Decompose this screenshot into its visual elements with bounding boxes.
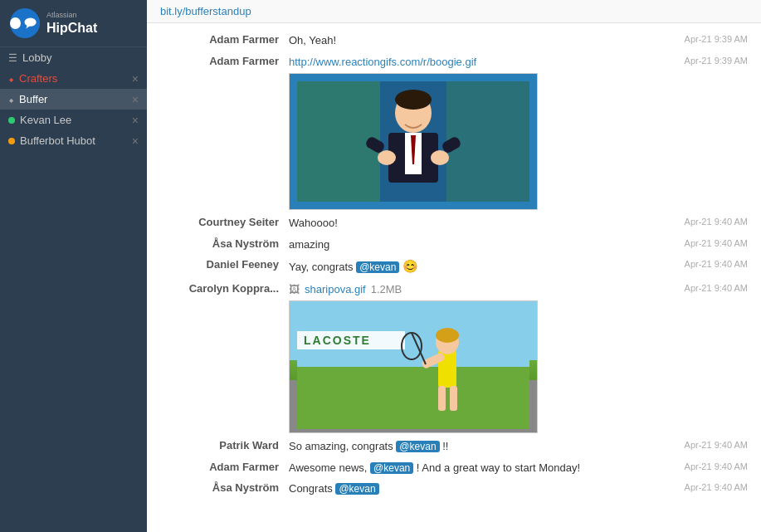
table-row: Adam Farmer Awesome news, @kevan ! And a…	[147, 457, 761, 479]
kevan-status-icon	[8, 117, 15, 124]
message-content: 🖼 sharipova.gif 1.2MB LACOSTE	[289, 281, 656, 434]
svg-text:LACOSTE: LACOSTE	[304, 334, 371, 347]
message-content: Oh, Yeah!	[289, 32, 656, 49]
lobby-icon: ☰	[8, 52, 17, 64]
buffer-label: Buffer	[19, 93, 132, 105]
mention-kevan: @kevan	[356, 261, 399, 273]
chat-header: bit.ly/bufferstandup	[147, 0, 761, 23]
sidebar-item-crafters[interactable]: ⬥ Crafters ×	[0, 68, 147, 89]
message-content: So amazing, congrats @kevan !!	[289, 438, 656, 455]
message-sender: Adam Farmer	[160, 54, 289, 67]
mention-kevan: @kevan	[335, 483, 378, 495]
svg-point-21	[436, 328, 459, 343]
table-row: Carolyn Koppra... 🖼 sharipova.gif 1.2MB	[147, 279, 761, 437]
table-row: Daniel Feeney Yay, congrats @kevan 😊 Apr…	[147, 255, 761, 279]
sidebar-item-buffer[interactable]: ⬥ Buffer ×	[0, 89, 147, 110]
message-time: Apr-21 9:40 AM	[656, 481, 748, 492]
message-time: Apr-21 9:39 AM	[656, 32, 748, 44]
table-row: Adam Farmer Oh, Yeah! Apr-21 9:39 AM	[147, 30, 761, 51]
svg-point-13	[378, 150, 396, 165]
atlassian-label: Atlassian	[46, 11, 97, 20]
message-sender: Daniel Feeney	[160, 257, 289, 271]
crafters-label: Crafters	[19, 72, 132, 85]
message-sender: Patrik Ward	[160, 438, 289, 451]
bufferbot-label: Bufferbot Hubot	[20, 134, 132, 147]
message-sender: Åsa Nyström	[160, 237, 289, 250]
file-link[interactable]: sharipova.gif	[305, 281, 366, 298]
gif-image-jimmy	[289, 73, 538, 210]
kevan-label: Kevan Lee	[20, 114, 132, 126]
message-content: Congrats @kevan	[289, 481, 656, 497]
message-content: Wahoooo!	[289, 215, 656, 232]
kevan-close-button[interactable]: ×	[132, 115, 139, 126]
message-sender: Adam Farmer	[160, 32, 289, 46]
mention-kevan: @kevan	[370, 462, 413, 474]
message-content: http://www.reactiongifs.com/r/boogie.gif	[289, 54, 656, 211]
sidebar-item-bufferbot[interactable]: Bufferbot Hubot ×	[0, 130, 147, 151]
emoji-smile: 😊	[402, 259, 418, 273]
message-time: Apr-21 9:40 AM	[656, 237, 748, 248]
sidebar: Atlassian HipChat ☰ Lobby ⬥ Crafters × ⬥…	[0, 0, 147, 532]
message-content: Awesome news, @kevan ! And a great way t…	[289, 460, 656, 476]
message-time: Apr-21 9:40 AM	[656, 215, 748, 227]
message-sender: Åsa Nyström	[160, 481, 289, 494]
buffer-icon: ⬥	[8, 94, 14, 105]
message-sender: Carolyn Koppra...	[160, 281, 289, 295]
logo-area: Atlassian HipChat	[0, 0, 147, 47]
gif-image-maria: LACOSTE	[289, 300, 538, 433]
table-row: Åsa Nyström amazing Apr-21 9:40 AM	[147, 234, 761, 256]
svg-rect-25	[438, 386, 446, 411]
message-time: Apr-21 9:39 AM	[656, 54, 748, 66]
message-content: Yay, congrats @kevan 😊	[289, 257, 656, 276]
crafters-icon: ⬥	[8, 73, 14, 85]
message-sender: Courtney Seiter	[160, 215, 289, 228]
bufferbot-status-icon	[8, 138, 15, 144]
sidebar-item-label: Lobby	[22, 51, 139, 64]
svg-rect-16	[297, 367, 529, 429]
chat-messages: Adam Farmer Oh, Yeah! Apr-21 9:39 AM Ada…	[147, 23, 761, 532]
hipchat-logo-icon	[10, 8, 40, 38]
header-link[interactable]: bit.ly/bufferstandup	[160, 5, 251, 17]
svg-rect-26	[450, 386, 457, 411]
sidebar-item-lobby[interactable]: ☰ Lobby	[0, 47, 147, 68]
message-time: Apr-21 9:40 AM	[656, 281, 748, 293]
logo-text: Atlassian HipChat	[46, 11, 97, 36]
svg-point-14	[431, 150, 449, 165]
file-size: 1.2MB	[371, 281, 402, 298]
svg-point-1	[24, 18, 36, 27]
message-sender: Adam Farmer	[160, 460, 289, 473]
bufferbot-close-button[interactable]: ×	[132, 135, 139, 147]
message-content: amazing	[289, 237, 656, 253]
file-reference: 🖼 sharipova.gif 1.2MB	[289, 281, 656, 298]
svg-point-7	[395, 90, 432, 110]
gif-link[interactable]: http://www.reactiongifs.com/r/boogie.gif	[289, 56, 476, 68]
buffer-close-button[interactable]: ×	[132, 94, 139, 105]
sidebar-item-kevan-lee[interactable]: Kevan Lee ×	[0, 110, 147, 130]
message-time: Apr-21 9:40 AM	[656, 438, 748, 450]
chat-area: bit.ly/bufferstandup Adam Farmer Oh, Yea…	[147, 0, 761, 532]
table-row: Åsa Nyström Congrats @kevan Apr-21 9:40 …	[147, 478, 761, 500]
hipchat-label: HipChat	[46, 20, 97, 36]
table-row: Patrik Ward So amazing, congrats @kevan …	[147, 436, 761, 457]
file-icon: 🖼	[289, 281, 300, 298]
mention-kevan: @kevan	[396, 441, 439, 452]
table-row: Adam Farmer http://www.reactiongifs.com/…	[147, 51, 761, 213]
crafters-close-button[interactable]: ×	[132, 73, 139, 85]
table-row: Courtney Seiter Wahoooo! Apr-21 9:40 AM	[147, 212, 761, 234]
message-time: Apr-21 9:40 AM	[656, 460, 748, 471]
message-time: Apr-21 9:40 AM	[656, 257, 748, 269]
